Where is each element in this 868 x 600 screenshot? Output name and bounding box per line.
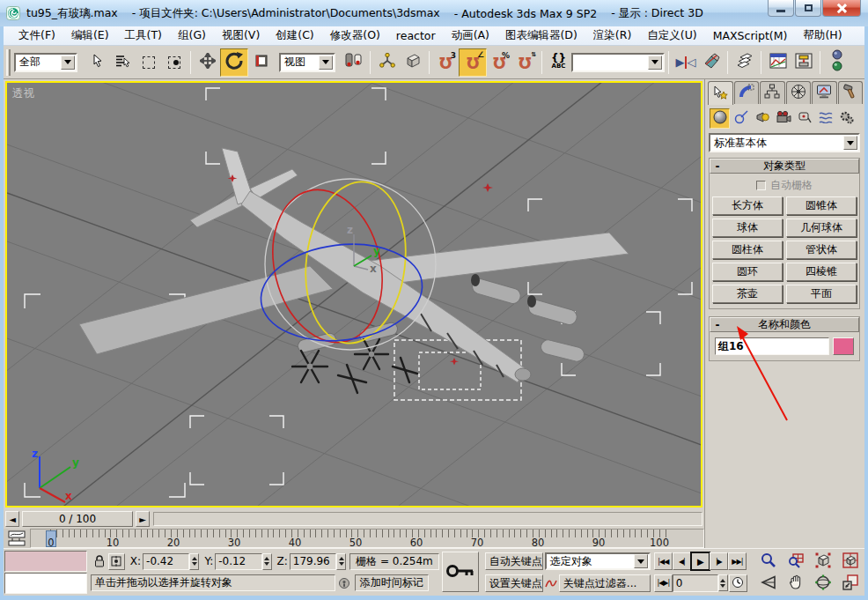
toolbar-drag-handle[interactable] — [6, 49, 11, 76]
percent-snap-button[interactable]: Ω % — [487, 49, 512, 75]
viewport-label[interactable]: 透视 — [12, 86, 34, 101]
cylinder-button[interactable]: 圆柱体 — [712, 241, 783, 259]
menu-modifiers[interactable]: 修改器(O) — [322, 26, 388, 45]
tab-modify[interactable] — [734, 81, 760, 104]
time-slider-track[interactable] — [153, 512, 702, 526]
pan-button[interactable] — [783, 573, 809, 594]
window-crossing-button[interactable] — [161, 49, 187, 75]
menu-maxscript[interactable]: MAXScript(M) — [705, 27, 796, 44]
keyboard-override-button[interactable] — [400, 49, 425, 75]
z-spinner[interactable] — [336, 553, 346, 570]
cone-button[interactable]: 圆锥体 — [786, 196, 857, 215]
category-lights-button[interactable] — [752, 108, 772, 129]
collapse-icon[interactable]: - — [710, 319, 725, 331]
angle-snap-button[interactable]: Ω ∠ — [459, 48, 487, 77]
arc-rotate-button[interactable] — [810, 573, 836, 594]
sphere-button[interactable]: 球体 — [712, 219, 783, 237]
play-button[interactable]: ▶ — [691, 552, 710, 570]
name-color-rollout-header[interactable]: - 名称和颜色 — [710, 317, 859, 332]
selection-filter-dropdown[interactable]: 全部 — [14, 53, 77, 72]
select-and-scale-button[interactable] — [248, 49, 274, 75]
set-key-button[interactable]: 设置关键点 — [485, 574, 543, 592]
category-cameras-button[interactable] — [773, 108, 793, 129]
category-spacewarps-button[interactable] — [815, 108, 835, 129]
pyramid-button[interactable]: 四棱锥 — [786, 263, 857, 281]
default-tangent-button[interactable] — [543, 574, 559, 592]
zoom-extents-button[interactable] — [810, 551, 836, 572]
key-mode-toggle-button[interactable]: |◀▶| — [654, 574, 673, 592]
select-by-name-button[interactable] — [110, 49, 136, 75]
zoom-extents-all-button[interactable] — [837, 551, 864, 572]
key-selection-dropdown[interactable]: 选定对象 — [545, 552, 651, 570]
track-bar-ruler[interactable]: 0 10 20 30 40 50 60 70 80 90 100 — [30, 529, 704, 548]
reference-coordinate-dropdown[interactable]: 视图 — [279, 53, 335, 72]
maximize-viewport-button[interactable] — [837, 573, 864, 594]
next-frame-button[interactable]: |▶ — [710, 552, 728, 570]
object-type-rollout-header[interactable]: - 对象类型 — [710, 159, 859, 174]
menu-customize[interactable]: 自定义(U) — [639, 26, 704, 45]
communication-center-icon[interactable] — [335, 574, 353, 592]
teapot-button[interactable]: 茶壶 — [712, 285, 783, 303]
named-selection-sets-button[interactable]: {} ABC — [546, 49, 571, 75]
current-frame-field[interactable]: 0 — [673, 574, 718, 592]
x-coordinate-field[interactable]: -0.42 — [143, 553, 189, 570]
object-color-swatch[interactable] — [833, 337, 854, 355]
box-button[interactable]: 长方体 — [712, 196, 783, 215]
use-pivot-center-button[interactable] — [341, 49, 366, 75]
menu-animation[interactable]: 动画(A) — [444, 26, 497, 45]
restore-button[interactable] — [795, 0, 821, 17]
plane-button[interactable]: 平面 — [786, 285, 857, 303]
tube-button[interactable]: 管状体 — [786, 241, 857, 259]
tab-create[interactable] — [708, 81, 733, 105]
time-slider-next-button[interactable]: ► — [136, 511, 150, 527]
menu-views[interactable]: 视图(V) — [214, 26, 268, 45]
menu-group[interactable]: 组(G) — [170, 26, 214, 45]
minimize-button[interactable] — [768, 0, 794, 17]
selection-lock-button[interactable] — [91, 552, 108, 570]
select-and-move-button[interactable] — [195, 49, 220, 75]
menu-create[interactable]: 创建(C) — [268, 26, 321, 45]
dropdown-arrow-icon[interactable] — [843, 136, 857, 150]
select-object-button[interactable] — [85, 49, 110, 75]
layer-manager-button[interactable] — [732, 49, 757, 75]
schematic-view-button[interactable] — [791, 49, 816, 75]
tab-utilities[interactable] — [838, 81, 864, 104]
menu-file[interactable]: 文件(F) — [11, 26, 63, 45]
dropdown-arrow-icon[interactable] — [319, 56, 333, 70]
previous-frame-button[interactable]: ◀| — [673, 552, 691, 570]
menu-edit[interactable]: 编辑(E) — [63, 26, 117, 45]
tab-display[interactable] — [812, 81, 837, 104]
go-to-start-button[interactable]: |◀◀ — [654, 552, 673, 570]
menu-reactor[interactable]: reactor — [388, 27, 444, 44]
primitive-category-dropdown[interactable]: 标准基本体 — [709, 133, 860, 152]
add-time-tag-button[interactable]: 添加时间标记 — [355, 574, 429, 591]
key-filters-button[interactable]: 关键点过滤器... — [559, 574, 651, 592]
maxscript-mini-listener[interactable] — [4, 551, 87, 594]
frame-spinner[interactable] — [718, 574, 728, 591]
zoom-all-button[interactable] — [783, 551, 809, 572]
menu-graph-editors[interactable]: 图表编辑器(D) — [497, 26, 585, 45]
menu-tools[interactable]: 工具(T) — [117, 26, 170, 45]
geosphere-button[interactable]: 几何球体 — [786, 219, 857, 237]
object-name-field[interactable]: 组16 — [715, 337, 829, 355]
x-spinner[interactable] — [189, 553, 199, 570]
zoom-button[interactable] — [755, 551, 782, 572]
listener-script-cell[interactable] — [4, 573, 87, 594]
category-shapes-button[interactable] — [731, 108, 751, 129]
menu-help[interactable]: 帮助(H) — [795, 26, 850, 45]
named-sets-dropdown[interactable] — [571, 53, 665, 72]
mirror-button[interactable]: ▶◁ — [673, 49, 698, 75]
spinner-snap-button[interactable]: Ω ⇅ — [512, 49, 538, 75]
perspective-viewport[interactable]: 透视 — [5, 81, 702, 507]
titlebar[interactable]: tu95_有玻璃.max - 项目文件夹: C:\Users\Administr… — [0, 0, 868, 26]
select-and-rotate-button[interactable] — [220, 48, 248, 77]
y-coordinate-field[interactable]: -0.12 — [215, 553, 261, 570]
tab-motion[interactable] — [786, 81, 812, 104]
snap-toggle-3d-button[interactable]: Ω 3 — [433, 49, 459, 75]
mini-curve-editor-button[interactable] — [5, 530, 28, 547]
go-to-end-button[interactable]: ▶▶| — [728, 552, 747, 570]
torus-button[interactable]: 圆环 — [712, 263, 783, 281]
time-slider-handle[interactable]: 0 / 100 — [22, 511, 133, 527]
set-keys-button[interactable] — [442, 552, 479, 592]
collapse-icon[interactable]: - — [710, 160, 725, 173]
